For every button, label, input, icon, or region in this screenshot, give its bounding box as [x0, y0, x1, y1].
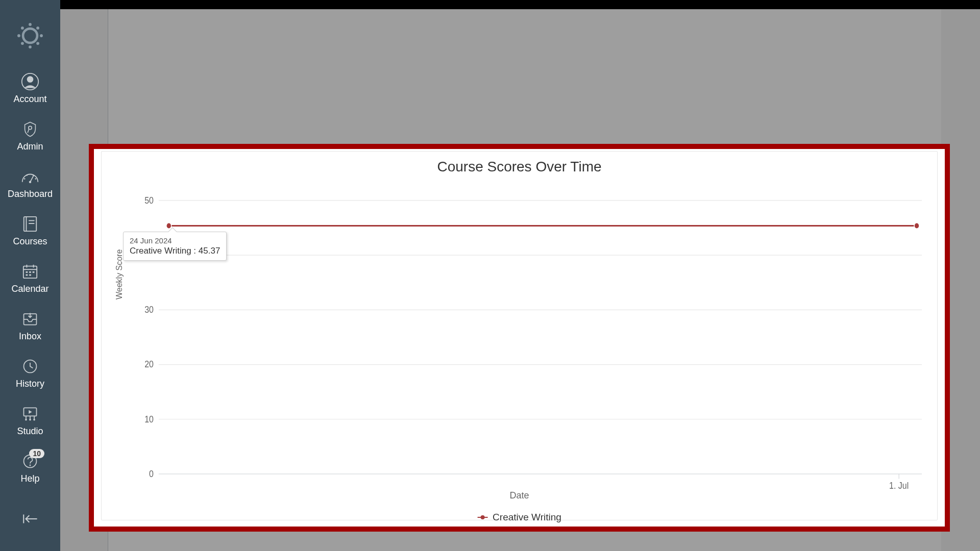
svg-point-3	[40, 34, 43, 37]
svg-point-12	[29, 181, 32, 184]
sidebar-item-account[interactable]: Account	[0, 66, 60, 114]
svg-point-6	[21, 42, 24, 45]
sidebar-item-studio[interactable]: Studio	[0, 398, 60, 446]
x-axis-label: Date	[509, 490, 529, 501]
svg-point-41	[30, 465, 31, 466]
x-tick-1jul: 1. Jul	[889, 480, 909, 491]
sidebar-item-label: History	[16, 379, 44, 389]
y-tick-10: 10	[144, 413, 154, 424]
data-point-1[interactable]	[914, 223, 919, 229]
history-icon	[21, 357, 39, 375]
help-badge: 10	[29, 449, 44, 458]
sidebar-item-label: Dashboard	[8, 189, 53, 199]
sidebar-collapse-button[interactable]	[0, 502, 60, 536]
sidebar-item-label: Studio	[17, 426, 43, 437]
help-icon: 10	[21, 452, 39, 470]
canvas-logo-icon	[15, 21, 45, 51]
sidebar-item-inbox[interactable]: Inbox	[0, 304, 60, 351]
chart-title: Course Scores Over Time	[102, 152, 937, 179]
svg-point-16	[35, 178, 36, 180]
global-nav-sidebar: Account Admin Dashboard Courses Calendar…	[0, 0, 60, 551]
svg-point-2	[17, 34, 20, 37]
chart-legend[interactable]: Creative Writing	[477, 512, 561, 523]
legend-label: Creative Writing	[493, 512, 561, 523]
sidebar-item-label: Account	[13, 94, 46, 105]
svg-rect-27	[33, 271, 35, 273]
sidebar-item-calendar[interactable]: Calendar	[0, 256, 60, 304]
svg-point-7	[36, 42, 39, 45]
svg-point-38	[29, 419, 31, 421]
svg-point-39	[33, 419, 35, 421]
svg-rect-25	[26, 271, 28, 273]
sidebar-item-admin[interactable]: Admin	[0, 114, 60, 161]
sidebar-item-label: Admin	[17, 141, 43, 152]
svg-rect-26	[29, 271, 31, 273]
svg-point-4	[21, 27, 24, 30]
svg-point-15	[33, 174, 34, 176]
y-tick-50: 50	[144, 194, 154, 206]
tooltip-date: 24 Jun 2024	[130, 236, 220, 245]
sidebar-item-courses[interactable]: Courses	[0, 209, 60, 256]
chart-tooltip: 24 Jun 2024 Creative Writing : 45.37	[123, 232, 227, 261]
calendar-icon	[21, 262, 39, 281]
svg-point-9	[27, 76, 34, 83]
canvas-logo[interactable]	[15, 20, 45, 51]
svg-point-13	[24, 178, 26, 180]
svg-point-37	[25, 419, 27, 421]
svg-point-14	[26, 174, 28, 176]
y-tick-30: 30	[144, 304, 154, 315]
chart-card: Course Scores Over Time Weekly Score 50 …	[101, 151, 938, 520]
legend-swatch-icon	[477, 517, 487, 518]
svg-point-1	[29, 45, 32, 48]
courses-icon	[21, 215, 39, 233]
sidebar-item-history[interactable]: History	[0, 351, 60, 398]
account-icon	[21, 72, 39, 91]
svg-point-0	[29, 23, 32, 26]
studio-icon	[21, 405, 39, 423]
data-point-0[interactable]	[166, 223, 172, 229]
dashboard-icon	[21, 167, 39, 186]
y-tick-0: 0	[149, 468, 154, 480]
svg-rect-28	[26, 274, 28, 276]
chart-plot-area[interactable]: 50 40 30 20 10 0 1. Jul 24 Jun 2024 Crea…	[138, 188, 922, 474]
chart-highlight-frame: Course Scores Over Time Weekly Score 50 …	[89, 144, 950, 532]
svg-point-10	[29, 126, 32, 129]
svg-marker-33	[29, 410, 32, 414]
sidebar-item-label: Inbox	[19, 331, 41, 342]
svg-rect-29	[29, 274, 31, 276]
admin-icon	[21, 120, 39, 138]
sidebar-item-dashboard[interactable]: Dashboard	[0, 161, 60, 209]
y-tick-20: 20	[144, 359, 154, 370]
collapse-icon	[21, 512, 39, 525]
svg-point-5	[36, 27, 39, 30]
sidebar-item-label: Help	[20, 473, 39, 484]
tooltip-series-value: Creative Writing : 45.37	[130, 246, 220, 256]
sidebar-item-help[interactable]: 10 Help	[0, 446, 60, 493]
sidebar-item-label: Calendar	[11, 284, 48, 294]
sidebar-item-label: Courses	[13, 236, 47, 247]
svg-line-11	[30, 175, 34, 182]
inbox-icon	[21, 310, 39, 328]
